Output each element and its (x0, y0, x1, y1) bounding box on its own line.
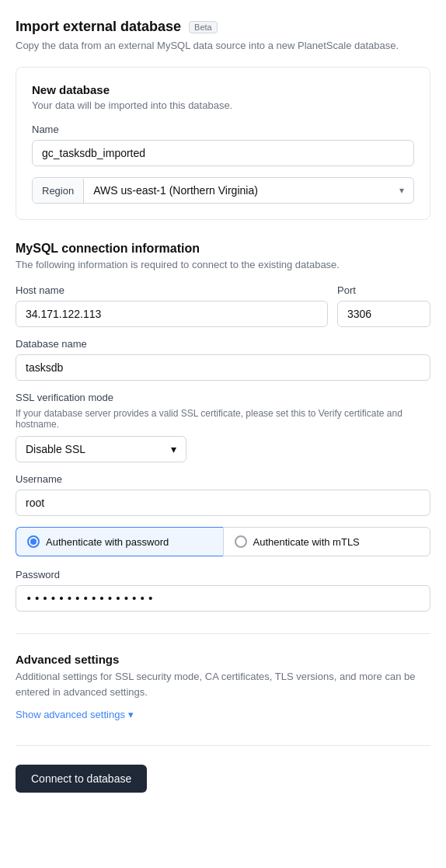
show-advanced-label: Show advanced settings (16, 709, 125, 720)
db-name-input[interactable] (16, 354, 430, 381)
password-input[interactable] (16, 585, 430, 612)
name-input[interactable] (32, 140, 414, 166)
mysql-section-subtitle: The following information is required to… (16, 259, 430, 270)
auth-password-label: Authenticate with password (46, 536, 169, 548)
ssl-dropdown[interactable]: Disable SSL ▾ (16, 436, 186, 462)
advanced-description: Additional settings for SSL security mod… (16, 669, 430, 699)
page-header: Import external database Beta (16, 19, 430, 35)
region-value: AWS us-east-1 (Northern Virginia) (93, 184, 258, 197)
port-label: Port (337, 284, 430, 296)
host-label: Host name (16, 284, 328, 296)
auth-password-option[interactable]: Authenticate with password (16, 527, 223, 556)
new-database-card: New database Your data will be imported … (16, 67, 430, 220)
mysql-section-title: MySQL connection information (16, 242, 430, 256)
ssl-label: SSL verification mode (16, 392, 430, 403)
region-label: Region (33, 179, 84, 203)
ssl-field: SSL verification mode If your database s… (16, 392, 430, 462)
show-advanced-link[interactable]: Show advanced settings ▾ (16, 709, 430, 720)
port-field: Port (337, 284, 430, 327)
username-field: Username (16, 473, 430, 516)
username-input[interactable] (16, 490, 430, 516)
password-field: Password (16, 569, 430, 612)
host-port-row: Host name Port (16, 284, 430, 327)
mysql-section: MySQL connection information The followi… (16, 242, 430, 612)
db-name-field: Database name (16, 338, 430, 381)
region-row[interactable]: Region AWS us-east-1 (Northern Virginia)… (32, 177, 414, 204)
password-label: Password (16, 569, 430, 580)
connect-button[interactable]: Connect to database (16, 765, 147, 793)
advanced-section: Advanced settings Additional settings fo… (16, 653, 430, 720)
beta-badge: Beta (189, 21, 218, 33)
ssl-value: Disable SSL (26, 443, 85, 455)
auth-radio-group: Authenticate with password Authenticate … (16, 527, 430, 556)
auth-mtls-option[interactable]: Authenticate with mTLS (223, 527, 431, 556)
auth-password-radio[interactable] (27, 535, 40, 548)
ssl-chevron-icon: ▾ (171, 443, 176, 455)
host-input[interactable] (16, 301, 328, 327)
ssl-description: If your database server provides a valid… (16, 408, 430, 430)
username-label: Username (16, 473, 430, 485)
card-subtitle: Your data will be imported into this dat… (32, 99, 414, 111)
name-label: Name (32, 124, 414, 135)
auth-mtls-radio[interactable] (235, 535, 247, 548)
page-subtitle: Copy the data from an external MySQL dat… (16, 40, 430, 51)
card-title: New database (32, 83, 414, 96)
auth-mtls-label: Authenticate with mTLS (253, 536, 360, 548)
page-title: Import external database (16, 19, 181, 35)
port-input[interactable] (337, 301, 430, 327)
show-advanced-chevron-icon: ▾ (128, 709, 134, 720)
host-field: Host name (16, 284, 328, 327)
footer-divider (16, 745, 430, 746)
region-select[interactable]: AWS us-east-1 (Northern Virginia) ▾ (84, 178, 413, 203)
db-name-label: Database name (16, 338, 430, 350)
section-divider (16, 633, 430, 634)
region-chevron-icon: ▾ (399, 185, 404, 196)
advanced-title: Advanced settings (16, 653, 430, 666)
name-field-group: Name (32, 124, 414, 166)
